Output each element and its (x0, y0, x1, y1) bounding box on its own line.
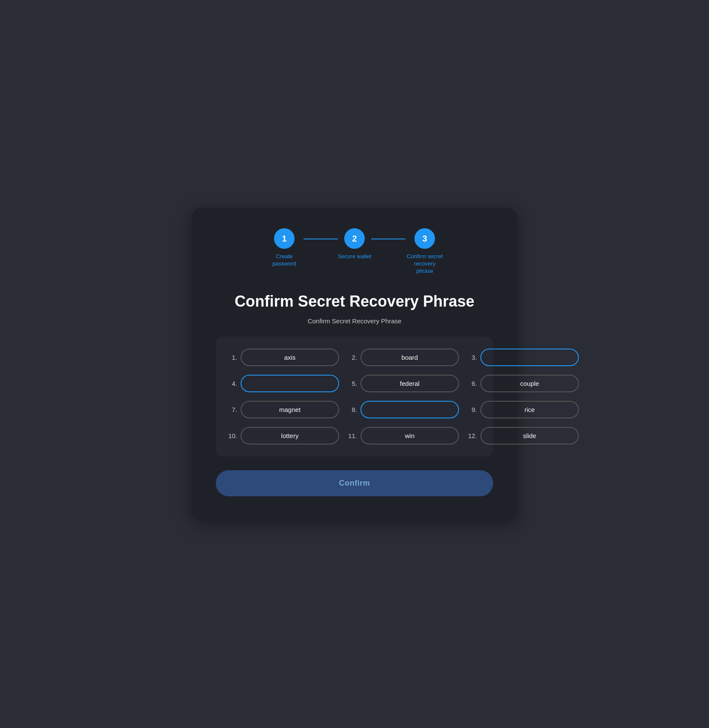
word-number-6: 6. (466, 380, 477, 387)
word-cell-12: 12. (466, 427, 579, 445)
word-cell-1: 1. (226, 349, 339, 366)
word-number-7: 7. (226, 406, 237, 413)
word-input-7[interactable] (241, 401, 339, 418)
page-subtitle: Confirm Secret Recovery Phrase (216, 317, 493, 325)
word-input-2[interactable] (360, 349, 459, 366)
word-number-3: 3. (466, 354, 477, 361)
word-number-8: 8. (346, 406, 357, 413)
step-1-label: Create password (265, 253, 304, 268)
step-3: 3 Confirm secret recovery phrase (405, 228, 444, 275)
word-number-4: 4. (226, 380, 237, 387)
word-input-12[interactable] (480, 427, 579, 445)
confirm-button[interactable]: Confirm (216, 470, 493, 496)
word-cell-4: 4. (226, 375, 339, 392)
word-input-5[interactable] (360, 375, 459, 392)
word-grid: 1.2.3.4.5.6.7.8.9.10.11.12. (226, 349, 483, 445)
word-cell-7: 7. (226, 401, 339, 418)
word-cell-3: 3. (466, 349, 579, 366)
word-input-1[interactable] (241, 349, 339, 366)
step-1-circle: 1 (274, 228, 295, 249)
word-cell-8: 8. (346, 401, 459, 418)
word-cell-10: 10. (226, 427, 339, 445)
step-2-circle: 2 (344, 228, 365, 249)
word-number-1: 1. (226, 354, 237, 361)
word-input-6[interactable] (480, 375, 579, 392)
word-grid-container: 1.2.3.4.5.6.7.8.9.10.11.12. (216, 337, 493, 456)
word-number-11: 11. (346, 432, 357, 439)
word-cell-5: 5. (346, 375, 459, 392)
word-input-3[interactable] (480, 349, 579, 366)
step-2-label: Secure wallet (338, 253, 371, 260)
step-connector-1 (304, 239, 338, 239)
step-3-circle: 3 (414, 228, 435, 249)
stepper: 1 Create password 2 Secure wallet 3 Conf… (216, 228, 493, 275)
word-number-5: 5. (346, 380, 357, 387)
word-number-10: 10. (226, 432, 237, 439)
word-cell-6: 6. (466, 375, 579, 392)
word-cell-9: 9. (466, 401, 579, 418)
word-number-2: 2. (346, 354, 357, 361)
word-cell-11: 11. (346, 427, 459, 445)
main-card: 1 Create password 2 Secure wallet 3 Conf… (192, 208, 517, 520)
step-connector-2 (371, 239, 405, 239)
step-2: 2 Secure wallet (338, 228, 371, 260)
word-input-9[interactable] (480, 401, 579, 418)
word-number-12: 12. (466, 432, 477, 439)
page-title: Confirm Secret Recovery Phrase (216, 292, 493, 310)
step-3-label: Confirm secret recovery phrase (405, 253, 444, 275)
word-input-11[interactable] (360, 427, 459, 445)
word-input-10[interactable] (241, 427, 339, 445)
word-cell-2: 2. (346, 349, 459, 366)
word-input-8[interactable] (360, 401, 459, 418)
word-number-9: 9. (466, 406, 477, 413)
word-input-4[interactable] (241, 375, 339, 392)
step-1: 1 Create password (265, 228, 304, 268)
